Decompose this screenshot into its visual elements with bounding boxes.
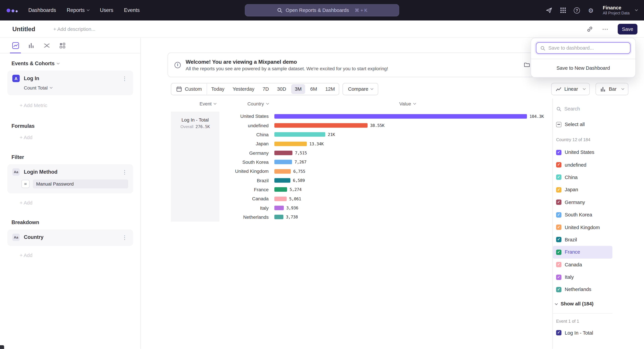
dashboard-search-input[interactable] <box>548 45 626 51</box>
nav-item-dashboards[interactable]: Dashboards <box>28 7 56 13</box>
report-title[interactable]: Untitled <box>12 25 35 32</box>
event-series-cell[interactable]: Log In - Total Overall 276.5K <box>171 112 219 222</box>
checkbox[interactable] <box>556 175 562 180</box>
range-30d[interactable]: 30D <box>273 83 290 95</box>
category-label[interactable]: United Kingdom <box>219 169 274 174</box>
bar[interactable] <box>274 187 287 192</box>
category-label[interactable]: Brazil <box>219 178 274 183</box>
copy-link-button[interactable] <box>586 26 593 32</box>
aggregation-dropdown[interactable]: Count Total <box>24 85 128 90</box>
select-all-checkbox[interactable] <box>556 122 562 127</box>
project-switcher[interactable]: Finance All Project Data <box>603 5 638 15</box>
show-all-button[interactable]: Show all (184) <box>553 298 612 310</box>
add-formula-button[interactable]: + Add <box>20 135 140 140</box>
checkbox[interactable] <box>556 274 562 280</box>
checkbox[interactable] <box>556 212 562 217</box>
category-label[interactable]: Canada <box>219 196 274 201</box>
metric-menu-button[interactable]: ⋮ <box>121 76 128 81</box>
checkbox[interactable] <box>556 162 562 168</box>
events-cohorts-heading[interactable]: Events & Cohorts <box>12 61 129 66</box>
category-label[interactable]: China <box>219 132 274 137</box>
legend-item-brazil[interactable]: Brazil <box>553 234 612 246</box>
bar[interactable] <box>274 141 307 146</box>
legend-item-canada[interactable]: Canada <box>553 259 612 271</box>
tab-funnels[interactable] <box>27 38 35 53</box>
country-column-header[interactable]: Country <box>245 101 271 106</box>
save-to-new-dashboard-item[interactable]: Save to New Dashboard <box>531 59 636 77</box>
breakdown-menu-button[interactable]: ⋮ <box>121 235 128 240</box>
legend-search-input[interactable]: Search <box>553 104 612 113</box>
legend-item-germany[interactable]: Germany <box>553 196 612 209</box>
legend-item-japan[interactable]: Japan <box>553 184 612 196</box>
tab-insights[interactable] <box>12 38 20 53</box>
legend-item-united-states[interactable]: United States <box>553 146 612 159</box>
checkbox[interactable] <box>556 250 562 255</box>
legend-item-china[interactable]: China <box>553 171 612 184</box>
help-button[interactable]: ? <box>573 6 580 14</box>
range-7d[interactable]: 7D <box>258 83 273 95</box>
bar[interactable] <box>274 160 292 164</box>
metric-card[interactable]: A Log In ⋮ Count Total <box>8 70 133 95</box>
bar[interactable] <box>274 132 325 137</box>
legend-item-italy[interactable]: Italy <box>553 271 612 283</box>
category-label[interactable]: undefined <box>219 123 274 128</box>
add-filter-button[interactable]: + Add <box>20 200 140 206</box>
filter-menu-button[interactable]: ⋮ <box>121 169 128 175</box>
checkbox[interactable] <box>556 150 562 155</box>
scale-select[interactable]: Linear <box>551 83 590 95</box>
legend-item-united-kingdom[interactable]: United Kingdom <box>553 221 612 233</box>
range-3m[interactable]: 3M <box>291 84 306 94</box>
nav-item-events[interactable]: Events <box>124 7 140 13</box>
bar[interactable] <box>274 151 292 155</box>
settings-button[interactable]: ⚙ <box>587 6 594 14</box>
range-12m[interactable]: 12M <box>321 83 339 95</box>
add-description-button[interactable]: + Add description... <box>53 26 96 32</box>
filter-card[interactable]: Aa Login Method ⋮ = Manual Password <box>8 164 133 193</box>
range-yesterday[interactable]: Yesterday <box>228 83 258 95</box>
value-column-header[interactable]: Value <box>271 101 544 106</box>
add-metric-button[interactable]: + Add Metric <box>20 103 140 108</box>
nav-item-reports[interactable]: Reports <box>67 7 89 13</box>
legend-item-netherlands[interactable]: Netherlands <box>553 284 612 296</box>
tab-retention[interactable] <box>58 38 66 53</box>
category-label[interactable]: Germany <box>219 151 274 155</box>
legend-item-south-korea[interactable]: South Korea <box>553 209 612 221</box>
checkbox[interactable] <box>556 225 562 230</box>
custom-date-button[interactable]: Custom <box>171 83 207 95</box>
category-label[interactable]: France <box>219 187 274 192</box>
checkbox[interactable] <box>556 237 562 242</box>
filter-operator-select[interactable]: = <box>21 180 30 188</box>
bar[interactable] <box>274 206 284 210</box>
category-label[interactable]: South Korea <box>219 160 274 164</box>
checkbox[interactable] <box>556 262 562 267</box>
checkbox[interactable] <box>556 287 562 292</box>
dashboard-search-field[interactable] <box>536 42 630 54</box>
checkbox[interactable] <box>556 200 562 205</box>
bar[interactable] <box>274 169 291 173</box>
global-search-button[interactable]: Open Reports & Dashboards ⌘ + K <box>245 4 399 16</box>
category-label[interactable]: Netherlands <box>219 215 274 220</box>
event-column-header[interactable]: Event <box>171 101 245 106</box>
select-all-toggle[interactable]: Select all <box>553 121 612 127</box>
breakdown-card[interactable]: Aa Country ⋮ <box>8 230 133 246</box>
bottom-left-widget-fragment[interactable] <box>0 345 4 349</box>
bar[interactable] <box>274 215 284 219</box>
category-label[interactable]: United States <box>219 114 274 119</box>
save-button[interactable]: Save <box>618 24 638 34</box>
chart-type-select[interactable]: Bar <box>596 83 628 95</box>
legend-item-france[interactable]: France <box>553 246 612 258</box>
send-button[interactable] <box>545 6 552 14</box>
add-breakdown-button[interactable]: + Add <box>20 253 140 258</box>
bar[interactable] <box>274 123 368 128</box>
checkbox[interactable] <box>556 330 562 336</box>
tab-flows[interactable] <box>43 38 51 53</box>
nav-item-users[interactable]: Users <box>100 7 113 13</box>
compare-button[interactable]: Compare <box>343 83 378 95</box>
mixpanel-logo[interactable] <box>6 8 18 12</box>
category-label[interactable]: Japan <box>219 141 274 146</box>
category-label[interactable]: Italy <box>219 206 274 210</box>
more-options-button[interactable]: ⋯ <box>602 25 608 33</box>
legend-item-log-in-total[interactable]: Log In - Total <box>553 327 612 339</box>
legend-item-undefined[interactable]: undefined <box>553 159 612 171</box>
bar[interactable] <box>274 114 527 118</box>
